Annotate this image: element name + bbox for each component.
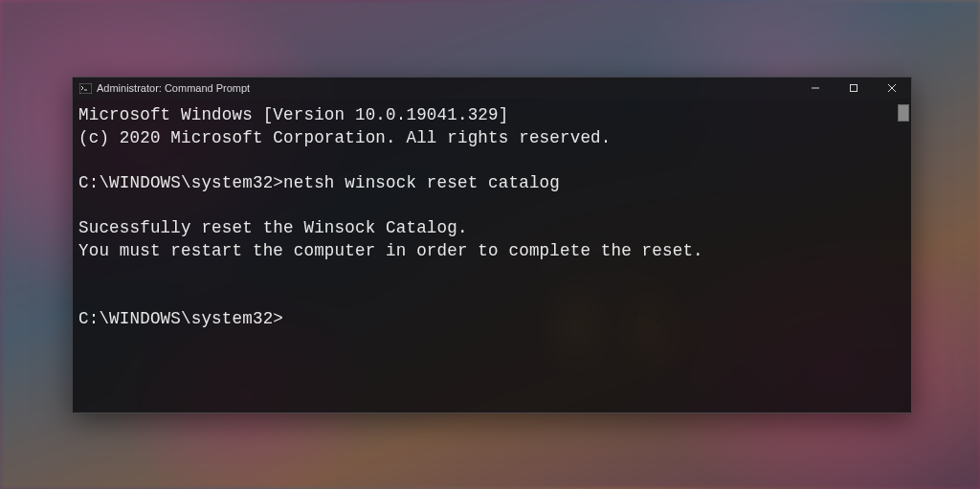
cmd-icon [78,81,92,95]
terminal-body[interactable]: Microsoft Windows [Version 10.0.19041.32… [73,99,911,412]
minimize-icon [811,83,820,93]
prompt-2: C:\WINDOWS\system32> [78,309,283,328]
command-prompt-window: Administrator: Command Prompt Microsoft … [72,77,912,413]
maximize-button[interactable] [835,78,873,99]
maximize-icon [849,83,858,93]
svg-rect-0 [79,83,92,94]
banner-line-2: (c) 2020 Microsoft Corporation. All righ… [78,128,612,147]
prompt-1: C:\WINDOWS\system32> [78,173,283,192]
svg-rect-3 [851,85,858,92]
close-button[interactable] [873,78,911,99]
banner-line-1: Microsoft Windows [Version 10.0.19041.32… [78,105,508,124]
command-1: netsh winsock reset catalog [283,173,560,192]
minimize-button[interactable] [796,78,835,99]
titlebar[interactable]: Administrator: Command Prompt [73,78,911,99]
window-title: Administrator: Command Prompt [97,82,250,94]
output-line-2: You must restart the computer in order t… [78,241,703,260]
terminal-output: Microsoft Windows [Version 10.0.19041.32… [78,104,909,330]
output-line-1: Sucessfully reset the Winsock Catalog. [78,218,468,237]
vertical-scrollbar-thumb[interactable] [898,104,909,122]
close-icon [887,83,897,93]
